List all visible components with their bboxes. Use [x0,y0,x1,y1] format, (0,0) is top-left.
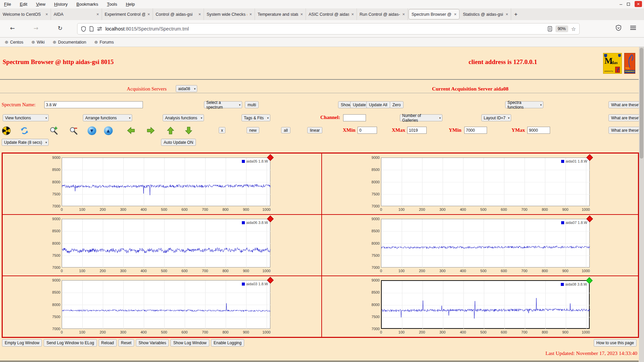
spectra-functions-dropdown[interactable]: Spectra functions▾ [505,101,543,108]
what-are-these-button[interactable]: What are these? [608,114,643,121]
minimize-icon[interactable]: – [620,1,622,7]
all-button[interactable]: all [281,127,290,133]
show-log-window-button[interactable]: Show Log Window [170,339,209,347]
layout-id-dropdown[interactable]: Layout ID=7▾ [481,114,511,121]
auto-update-button[interactable]: Auto Update ON [161,139,196,146]
spectrum-name-input[interactable] [44,101,143,108]
url-text[interactable]: localhost:8015/Spectrum/Spectrum.tml [105,26,544,32]
how-to-use-button[interactable]: How to use this page [594,339,637,347]
show-variables-button[interactable]: Show Variables [136,339,169,347]
shift-left-icon[interactable] [126,126,136,135]
maximize-icon[interactable] [627,3,630,6]
tags-fits-dropdown[interactable]: Tags & Fits▾ [241,114,270,121]
zoom-level-badge[interactable]: 90% [555,25,568,32]
tab-close-icon[interactable]: × [147,12,150,17]
spectrum-plot[interactable]: aida05 1.8.W [62,158,270,206]
account-shield-icon[interactable] [615,25,622,31]
bookmark-wiki[interactable]: ⊕Wiki [32,40,45,45]
bookmark-star-icon[interactable]: ☆ [571,26,576,32]
radioactive-icon[interactable] [2,126,11,135]
spectrum-plot[interactable]: aida03 1.8.W [62,280,270,329]
bookmark-centos[interactable]: ⊕Centos [5,40,23,45]
reset-button[interactable]: Reset [118,339,134,347]
menu-help[interactable]: Help [126,2,135,7]
send-log-to-elog-button[interactable]: Send Log Window to ELog [44,339,97,347]
url-bar[interactable]: localhost:8015/Spectrum/Spectrum.tml 90%… [77,23,580,35]
tab-close-icon[interactable]: × [96,12,99,17]
spectrum-plot[interactable]: aida01 1.8.W [381,158,590,206]
refresh-icon[interactable] [20,126,29,135]
tab-welcome-centos[interactable]: Welcome to CentOS× [0,8,51,20]
tab-close-icon[interactable]: × [351,12,354,17]
close-window-icon[interactable]: ✕ [635,1,642,7]
reload-button[interactable]: Reload [99,339,117,347]
back-icon[interactable]: ← [10,25,15,32]
empty-log-window-button[interactable]: Empty Log Window [2,339,42,347]
spectrum-plot[interactable]: aida08 3.8.W [381,280,590,329]
x-axis-button[interactable]: x [219,127,225,133]
update-button[interactable]: Update [350,101,369,108]
zero-button[interactable]: Zero [390,101,404,108]
tab-close-icon[interactable]: × [198,12,201,17]
xmax-input[interactable] [407,127,427,134]
tab-spectrum-browser[interactable]: Spectrum Browser @ a× [409,9,460,19]
update-all-button[interactable]: Update All [366,101,390,108]
tab-run-control[interactable]: Run Control @ aidas-gsi× [357,8,408,20]
xmin-input[interactable] [358,127,377,134]
shift-up-icon[interactable] [166,126,175,135]
select-spectrum-dropdown[interactable]: Select a spectrum▾ [204,101,242,108]
shift-right-icon[interactable] [146,126,155,135]
ymin-input[interactable] [464,127,487,134]
midas-logo[interactable]: M idas powered by [603,53,622,74]
tab-close-icon[interactable]: × [300,12,303,17]
tab-statistics[interactable]: Statistics @ aidas-gsi× [460,8,511,20]
expand-y-icon[interactable]: ▲ [104,126,113,135]
scrollbar-thumb[interactable] [640,48,643,159]
tab-close-icon[interactable]: × [45,12,48,17]
menu-tools[interactable]: Tools [107,2,117,7]
reader-view-icon[interactable] [547,26,552,32]
enable-logging-button[interactable]: Enable Logging [211,339,244,347]
ymax-input[interactable] [527,127,550,134]
tab-experiment-control[interactable]: Experiment Control @ a× [102,8,153,20]
view-functions-dropdown[interactable]: View functions▾ [3,114,49,121]
compress-y-icon[interactable]: ▼ [87,126,96,135]
hamburger-menu-icon[interactable] [630,25,636,30]
tab-asic-control[interactable]: ASIC Control @ aidas-g× [306,8,357,20]
bookmark-documentation[interactable]: ⊕Documentation [53,40,86,45]
zoom-in-icon[interactable] [49,126,58,135]
spectrum-plot[interactable]: aida06 3.8.W [62,219,270,267]
tab-close-icon[interactable]: × [249,12,252,17]
tab-close-icon[interactable]: × [402,12,405,17]
shift-down-icon[interactable] [184,126,193,135]
tab-close-icon[interactable]: × [454,12,457,17]
page-info-icon[interactable] [89,26,94,32]
zoom-out-icon[interactable] [69,126,78,135]
tab-temperature[interactable]: Temperature and status× [255,8,306,20]
update-rate-dropdown[interactable]: Update Rate (8 secs)▾ [2,139,49,146]
tab-close-icon[interactable]: × [505,12,508,17]
tab-control[interactable]: Control @ aidas-gsi× [153,8,204,20]
new-tab-icon[interactable]: + [511,8,521,20]
arrange-functions-dropdown[interactable]: Arrange functions▾ [83,114,132,121]
shield-icon[interactable] [81,26,86,32]
acquisition-server-select[interactable]: aida08▾ [176,85,197,92]
what-are-these-button[interactable]: What are these? [608,101,643,108]
menu-edit[interactable]: Edit [20,2,27,7]
scrollbar[interactable] [639,47,644,362]
tab-system-checks[interactable]: System wide Checks @× [204,8,255,20]
tcl-powered-logo[interactable]: TCL POWERED [624,53,635,74]
menu-bookmarks[interactable]: Bookmarks [76,2,98,7]
number-of-galleries-dropdown[interactable]: Number of Galleries▾ [400,114,442,121]
reload-icon[interactable]: ↻ [58,25,62,32]
menu-file[interactable]: File [4,2,11,7]
tab-aida[interactable]: AIDA× [51,8,102,20]
what-are-these-button[interactable]: What are these? [608,127,643,134]
linear-button[interactable]: linear [307,127,322,133]
multi-button[interactable]: multi [245,101,259,108]
menu-history[interactable]: History [54,2,67,7]
new-button[interactable]: new [247,127,259,133]
forward-icon[interactable]: → [34,25,38,32]
bookmark-forums[interactable]: ⊕Forums [94,40,114,45]
permissions-icon[interactable] [97,26,102,31]
